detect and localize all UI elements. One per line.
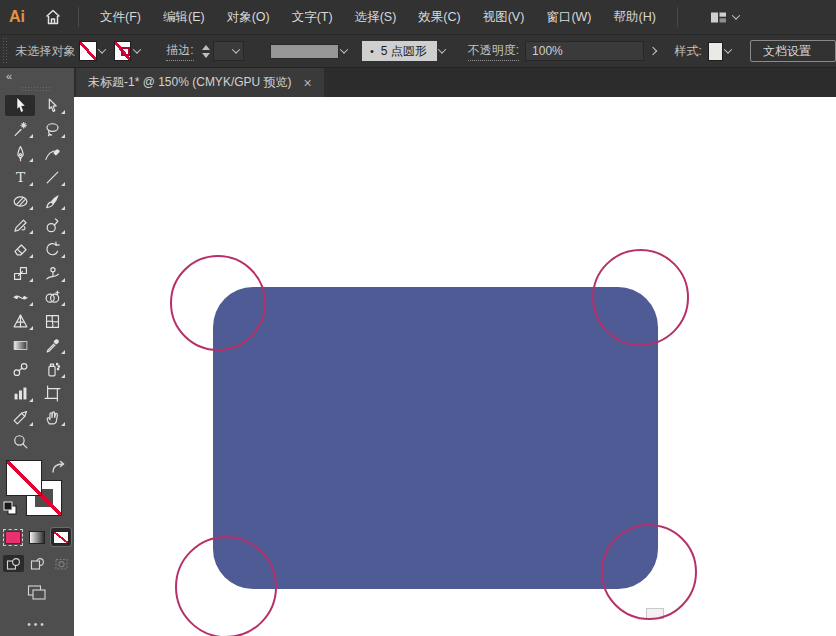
artboard-tool[interactable] bbox=[37, 383, 67, 404]
illustrator-window: Ai 文件(F)编辑(E)对象(O)文字(T)选择(S)效果(C)视图(V)窗口… bbox=[0, 0, 836, 636]
draw-mode-buttons bbox=[3, 555, 72, 572]
perspective-grid-tool[interactable] bbox=[5, 311, 35, 332]
symbol-sprayer-tool[interactable] bbox=[37, 359, 67, 380]
pen-tool[interactable] bbox=[5, 143, 35, 164]
width-profile-preview[interactable] bbox=[270, 44, 339, 59]
direct-selection-tool[interactable] bbox=[37, 95, 67, 116]
brush-dropdown[interactable] bbox=[437, 41, 448, 61]
menu-item-select[interactable]: 选择(S) bbox=[344, 0, 408, 34]
color-button[interactable] bbox=[3, 528, 23, 546]
edit-toolbar-button[interactable]: ••• bbox=[27, 619, 47, 630]
stroke-color-swatch[interactable] bbox=[114, 41, 132, 61]
none-button[interactable] bbox=[51, 528, 71, 546]
brush-dot-icon: • bbox=[370, 45, 374, 57]
app-logo: Ai bbox=[0, 0, 34, 34]
close-tab-icon[interactable]: × bbox=[302, 76, 314, 90]
menu-item-window[interactable]: 窗口(W) bbox=[535, 0, 602, 34]
fill-well[interactable] bbox=[6, 460, 42, 496]
rotate-tool[interactable] bbox=[37, 239, 67, 260]
style-swatch[interactable] bbox=[708, 42, 723, 61]
brush-definition-select[interactable]: • 5 点圆形 bbox=[362, 41, 437, 61]
zoom-tool[interactable] bbox=[5, 431, 35, 452]
width-profile-dropdown[interactable] bbox=[339, 41, 350, 61]
puppet-warp-tool[interactable] bbox=[37, 263, 67, 284]
default-fill-stroke-icon[interactable] bbox=[2, 500, 18, 520]
document-tab-title: 未标题-1* @ 150% (CMYK/GPU 预览) bbox=[88, 74, 292, 91]
collapse-panel-button[interactable]: « bbox=[0, 68, 12, 82]
chevron-down-icon bbox=[724, 45, 732, 53]
menu-item-object[interactable]: 对象(O) bbox=[216, 0, 281, 34]
draw-behind-icon[interactable] bbox=[27, 555, 48, 572]
stroke-weight-input[interactable] bbox=[213, 41, 245, 61]
column-graph-tool[interactable] bbox=[5, 383, 35, 404]
corner-circle-shape-2[interactable] bbox=[592, 249, 689, 346]
menu-item-help[interactable]: 帮助(H) bbox=[603, 0, 667, 34]
artboard-canvas[interactable] bbox=[74, 97, 836, 636]
document-setup-button[interactable]: 文档设置 bbox=[750, 40, 836, 62]
corner-circle-shape-3[interactable] bbox=[175, 536, 277, 636]
menu-item-file[interactable]: 文件(F) bbox=[89, 0, 152, 34]
chevron-down-icon bbox=[438, 45, 446, 53]
chevron-down-icon bbox=[232, 45, 240, 53]
opacity-expand[interactable] bbox=[648, 41, 659, 61]
workspace-grid-icon bbox=[710, 10, 727, 25]
shape-builder-tool[interactable] bbox=[37, 287, 67, 308]
stroke-dropdown[interactable] bbox=[131, 41, 142, 61]
fill-dropdown[interactable] bbox=[97, 41, 108, 61]
type-tool[interactable]: T bbox=[5, 167, 35, 188]
screen-mode-button[interactable] bbox=[27, 584, 47, 605]
style-dropdown[interactable] bbox=[723, 41, 734, 61]
corner-circle-shape-1[interactable] bbox=[170, 255, 266, 351]
workspace-switcher[interactable] bbox=[702, 0, 747, 34]
fill-color-swatch[interactable] bbox=[79, 41, 97, 61]
magic-wand-tool[interactable] bbox=[5, 119, 35, 140]
lasso-tool[interactable] bbox=[37, 119, 67, 140]
selection-tool[interactable] bbox=[5, 95, 35, 116]
style-label: 样式: bbox=[674, 43, 701, 60]
menu-bar: Ai 文件(F)编辑(E)对象(O)文字(T)选择(S)效果(C)视图(V)窗口… bbox=[0, 0, 836, 34]
stroke-weight-label[interactable]: 描边: bbox=[166, 42, 193, 61]
slice-tool[interactable] bbox=[5, 407, 35, 428]
document-tab[interactable]: 未标题-1* @ 150% (CMYK/GPU 预览) × bbox=[76, 68, 324, 97]
control-bar: 未选择对象 描边: • 5 点圆形 不透明度: 100% 样式: 文档设置 bbox=[0, 34, 836, 68]
selection-status: 未选择对象 bbox=[15, 43, 79, 60]
eyedropper-tool[interactable] bbox=[37, 335, 67, 356]
document-tab-bar: 未标题-1* @ 150% (CMYK/GPU 预览) × bbox=[74, 68, 836, 97]
menu-item-view[interactable]: 视图(V) bbox=[472, 0, 536, 34]
chevron-down-icon bbox=[340, 45, 348, 53]
ellipse-tool[interactable] bbox=[5, 191, 35, 212]
menubar-divider-2 bbox=[677, 7, 678, 27]
menu-item-edit[interactable]: 编辑(E) bbox=[152, 0, 216, 34]
paintbrush-tool[interactable] bbox=[37, 191, 67, 212]
scale-tool[interactable] bbox=[5, 263, 35, 284]
mesh-tool[interactable] bbox=[37, 311, 67, 332]
menubar-divider bbox=[78, 7, 79, 27]
menu-item-effect[interactable]: 效果(C) bbox=[407, 0, 471, 34]
tools-panel: « T bbox=[0, 68, 74, 636]
rounded-rectangle-shape[interactable] bbox=[213, 287, 658, 589]
width-tool[interactable] bbox=[5, 287, 35, 308]
hand-tool[interactable] bbox=[37, 407, 67, 428]
opacity-label[interactable]: 不透明度: bbox=[468, 42, 519, 61]
eraser-tool[interactable] bbox=[5, 239, 35, 260]
menu-item-type[interactable]: 文字(T) bbox=[281, 0, 344, 34]
chevron-right-icon bbox=[649, 47, 657, 55]
panel-grip-handle[interactable] bbox=[22, 87, 52, 92]
gradient-tool[interactable] bbox=[5, 335, 35, 356]
corner-circle-shape-4[interactable] bbox=[601, 524, 697, 620]
blob-brush-tool[interactable] bbox=[37, 215, 67, 236]
draw-inside-icon bbox=[51, 555, 72, 572]
stroke-weight-stepper[interactable] bbox=[202, 45, 210, 58]
pencil-tool[interactable] bbox=[5, 215, 35, 236]
curvature-tool[interactable] bbox=[37, 143, 67, 164]
home-icon[interactable] bbox=[38, 2, 68, 32]
panel-grip[interactable] bbox=[2, 38, 7, 64]
line-segment-tool[interactable] bbox=[37, 167, 67, 188]
color-mode-buttons bbox=[3, 528, 71, 546]
draw-normal-icon[interactable] bbox=[3, 555, 24, 572]
fill-stroke-wells bbox=[0, 460, 74, 518]
gradient-button[interactable] bbox=[27, 528, 47, 546]
blend-tool[interactable] bbox=[5, 359, 35, 380]
swap-fill-stroke-icon[interactable] bbox=[50, 460, 68, 480]
opacity-input[interactable]: 100% bbox=[525, 41, 644, 61]
